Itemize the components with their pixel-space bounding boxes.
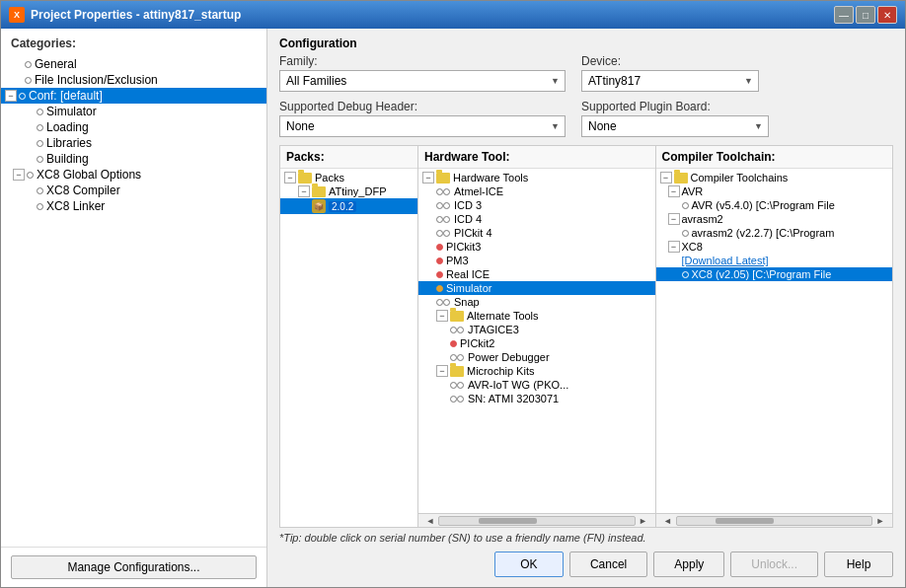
folder-icon (674, 173, 688, 184)
expand-icon[interactable]: − (284, 172, 296, 184)
pack-item-label: Atmel-ICE (454, 185, 503, 197)
yellow-dot-icon (436, 285, 443, 292)
tree-item-libraries[interactable]: Libraries (1, 135, 266, 151)
packs-column-content[interactable]: − Packs − ATtiny_DFP (280, 169, 417, 527)
h-scrollbar-track[interactable] (438, 516, 636, 526)
device-select[interactable]: ATtiny817 (581, 70, 759, 92)
pack-item-label: Snap (454, 296, 480, 308)
tree-item-simulator[interactable]: Simulator (1, 104, 266, 119)
expand-icon[interactable]: − (436, 310, 448, 322)
family-select[interactable]: All Families (279, 70, 566, 92)
circle-icon (682, 230, 689, 237)
hardware-column-header: Hardware Tool: (418, 146, 655, 169)
pickit4-item[interactable]: PICkit 4 (418, 226, 655, 240)
expand-icon[interactable]: − (660, 172, 672, 184)
pack-item-label: avrasm2 (v2.2.7) [C:\Program (692, 227, 835, 239)
app-icon: X (9, 7, 25, 23)
compiler-toolchains-folder[interactable]: − Compiler Toolchains (656, 171, 893, 184)
compiler-scrollbar[interactable]: ◄ ► (656, 513, 893, 527)
manage-configurations-button[interactable]: Manage Configurations... (11, 555, 257, 579)
xc8-item[interactable]: − XC8 (656, 240, 893, 254)
debug-select[interactable]: None (279, 115, 566, 137)
tree-label: General (35, 57, 77, 71)
close-button[interactable]: ✕ (877, 6, 897, 24)
folder-icon (450, 311, 464, 322)
real-ice-item[interactable]: Real ICE (418, 267, 655, 281)
avrasm2-item[interactable]: − avrasm2 (656, 212, 893, 226)
pickit3-item[interactable]: PICkit3 (418, 240, 655, 254)
pack-version-badge: 2.0.2 (329, 201, 356, 212)
tree-item-xc8-global[interactable]: − XC8 Global Options (1, 167, 266, 183)
left-panel: Categories: General File Inclusion/Exclu… (1, 29, 267, 587)
unlock-button[interactable]: Unlock... (730, 551, 818, 577)
hardware-tools-folder[interactable]: − Hardware Tools (418, 171, 655, 184)
collapse-icon[interactable]: − (5, 90, 17, 102)
avr-v540-item[interactable]: AVR (v5.4.0) [C:\Program File (656, 198, 893, 212)
avr-iot-item[interactable]: AVR-IoT WG (PKO... (418, 378, 655, 392)
atmel-ice-item[interactable]: Atmel-ICE (418, 184, 655, 198)
expand-icon[interactable]: − (436, 365, 448, 377)
tree-item-loading[interactable]: Loading (1, 119, 266, 135)
xc8-v205-item[interactable]: XC8 (v2.05) [C:\Program File (656, 267, 893, 281)
microchip-kits-folder[interactable]: − Microchip Kits (418, 364, 655, 378)
tree-label: File Inclusion/Exclusion (35, 73, 158, 87)
folder-icon (450, 366, 464, 377)
tree-label: Conf: [default] (29, 89, 103, 103)
double-dot-icon (436, 188, 451, 195)
tree-label: XC8 Linker (46, 199, 105, 213)
tree-item-xc8-linker[interactable]: XC8 Linker (1, 198, 266, 214)
folder-icon (298, 173, 312, 184)
title-controls: — □ ✕ (834, 6, 897, 24)
pack-item-label: Simulator (446, 282, 491, 294)
pack-item-label: Compiler Toolchains (691, 172, 789, 184)
maximize-button[interactable]: □ (856, 6, 875, 24)
tree-item-xc8-compiler[interactable]: XC8 Compiler (1, 183, 266, 198)
snap-item[interactable]: Snap (418, 295, 655, 309)
cancel-button[interactable]: Cancel (569, 551, 647, 577)
avrasm2-v227-item[interactable]: avrasm2 (v2.2.7) [C:\Program (656, 226, 893, 240)
expand-icon[interactable]: − (668, 213, 680, 225)
tree-item-building[interactable]: Building (1, 151, 266, 167)
expand-icon[interactable]: − (668, 241, 680, 253)
debug-label: Supported Debug Header: (279, 100, 566, 113)
tree-item-conf-default[interactable]: − Conf: [default] (1, 88, 266, 104)
icd4-item[interactable]: ICD 4 (418, 212, 655, 226)
hardware-scrollbar[interactable]: ◄ ► (418, 513, 655, 527)
red-dot-icon (436, 271, 443, 278)
hardware-column: Hardware Tool: − Hardware Tools (418, 146, 656, 527)
alternate-tools-folder[interactable]: − Alternate Tools (418, 309, 655, 323)
collapse-icon[interactable]: − (13, 169, 25, 181)
tip-text: *Tip: double click on serial number (SN)… (279, 528, 893, 546)
tree-item-general[interactable]: General (1, 56, 266, 72)
hardware-column-content[interactable]: − Hardware Tools Atmel-ICE (418, 169, 655, 513)
help-button[interactable]: Help (824, 551, 893, 577)
ok-button[interactable]: OK (494, 551, 564, 577)
pack-version-item[interactable]: 📦 2.0.2 (280, 198, 417, 214)
sn-atmi-item[interactable]: SN: ATMI 3203071 (418, 392, 655, 405)
expand-icon[interactable]: − (298, 185, 310, 197)
pm3-item[interactable]: PM3 (418, 254, 655, 267)
jtagice3-item[interactable]: JTAGICE3 (418, 323, 655, 336)
circle-icon (25, 77, 32, 84)
minimize-button[interactable]: — (834, 6, 854, 24)
expand-icon[interactable]: − (422, 172, 434, 184)
apply-button[interactable]: Apply (653, 551, 724, 577)
pickit2-item[interactable]: PICkit2 (418, 336, 655, 350)
compiler-column-content[interactable]: − Compiler Toolchains − AVR (656, 169, 893, 513)
attiny-dfp-item[interactable]: − ATtiny_DFP (280, 184, 417, 198)
plugin-select[interactable]: None (581, 115, 769, 137)
icd3-item[interactable]: ICD 3 (418, 198, 655, 212)
download-link[interactable]: [Download Latest] (682, 255, 769, 266)
expand-icon[interactable]: − (668, 185, 680, 197)
tree-item-file-inclusion[interactable]: File Inclusion/Exclusion (1, 72, 266, 88)
power-debugger-item[interactable]: Power Debugger (418, 350, 655, 364)
download-latest-item[interactable]: [Download Latest] (656, 254, 893, 267)
plugin-group: Supported Plugin Board: None (581, 100, 769, 137)
pack-item-label: XC8 (682, 241, 703, 253)
avr-item[interactable]: − AVR (656, 184, 893, 198)
double-dot-icon (450, 327, 465, 333)
circle-icon (682, 271, 689, 278)
simulator-item[interactable]: Simulator (418, 281, 655, 295)
h-scrollbar-track[interactable] (676, 516, 873, 526)
packs-folder-item[interactable]: − Packs (280, 171, 417, 184)
